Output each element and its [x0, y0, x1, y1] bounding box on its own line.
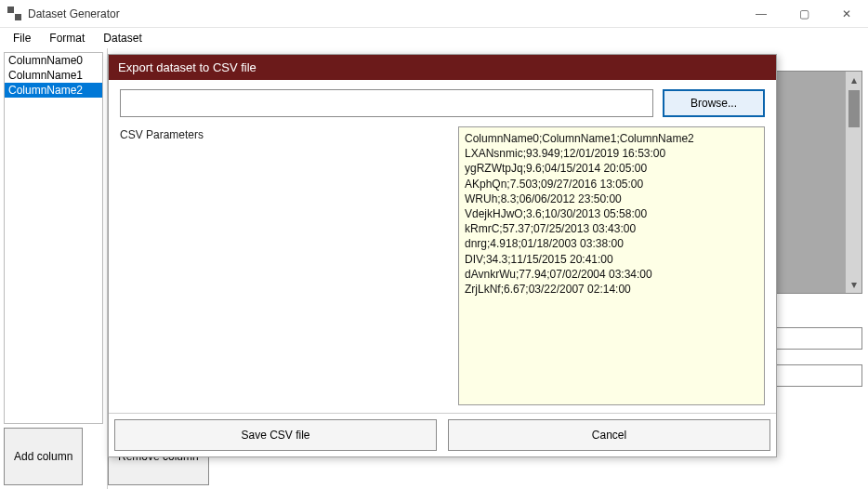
menu-file[interactable]: File: [6, 30, 38, 46]
csv-path-input[interactable]: [120, 89, 653, 117]
window-title: Dataset Generator: [28, 7, 740, 20]
csv-parameters-label: CSV Parameters: [120, 126, 445, 405]
menu-dataset[interactable]: Dataset: [96, 30, 149, 46]
path-row: Browse...: [120, 89, 765, 117]
column-item[interactable]: ColumnName2: [5, 83, 102, 98]
dialog-title: Export dataset to CSV file: [109, 55, 776, 80]
column-item[interactable]: ColumnName0: [5, 53, 102, 68]
left-pane: ColumnName0 ColumnName1 ColumnName2 Add …: [0, 48, 108, 489]
preview-scrollbar[interactable]: ▴ ▾: [845, 72, 861, 293]
scroll-up-icon[interactable]: ▴: [846, 72, 861, 88]
export-dialog: Export dataset to CSV file Browse... CSV…: [108, 54, 777, 457]
save-csv-button[interactable]: Save CSV file: [114, 419, 437, 451]
column-item[interactable]: ColumnName1: [5, 68, 102, 83]
add-column-button[interactable]: Add column: [4, 428, 83, 485]
column-list[interactable]: ColumnName0 ColumnName1 ColumnName2: [4, 52, 103, 424]
minimize-button[interactable]: —: [740, 0, 783, 27]
cancel-button[interactable]: Cancel: [448, 419, 770, 451]
app-icon: [7, 7, 22, 21]
maximize-button[interactable]: ▢: [783, 0, 825, 27]
menubar: File Format Dataset: [0, 28, 868, 48]
scroll-thumb[interactable]: [848, 90, 860, 127]
menu-format[interactable]: Format: [42, 30, 92, 46]
scroll-down-icon[interactable]: ▾: [846, 276, 861, 293]
dialog-body: Browse... CSV Parameters ColumnName0;Col…: [109, 80, 776, 413]
dialog-buttons: Save CSV file Cancel: [109, 413, 776, 456]
left-buttons: Add column: [0, 424, 107, 489]
params-row: CSV Parameters ColumnName0;ColumnName1;C…: [120, 126, 765, 405]
titlebar: Dataset Generator — ▢ ✕: [0, 0, 868, 28]
csv-preview-textarea[interactable]: ColumnName0;ColumnName1;ColumnName2 LXAN…: [458, 126, 765, 405]
window-controls: — ▢ ✕: [740, 0, 868, 27]
browse-button[interactable]: Browse...: [663, 89, 765, 117]
close-button[interactable]: ✕: [825, 0, 868, 27]
